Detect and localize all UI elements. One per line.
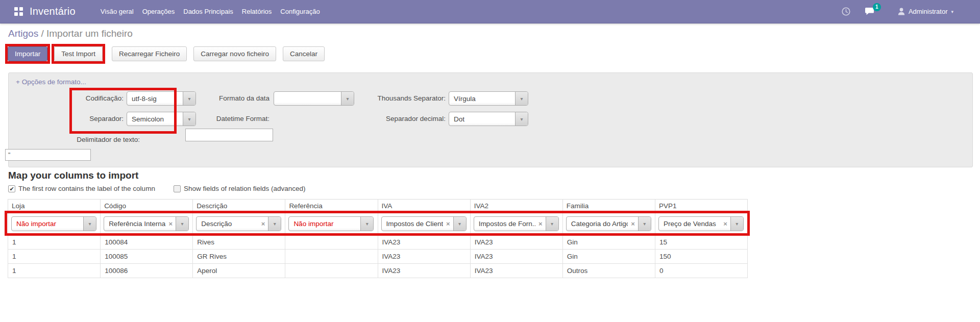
- cell: 1: [8, 235, 101, 250]
- chevron-down-icon[interactable]: ▾: [453, 217, 466, 231]
- selected-field-label: Descrição: [197, 220, 258, 228]
- decimal-separator-label: Separador decimal:: [315, 112, 446, 126]
- selected-field-label: Não importar: [289, 220, 360, 228]
- column-mapping-select[interactable]: Impostos de Forn...×▾: [474, 216, 559, 231]
- file-column-header: PVP1: [655, 200, 747, 212]
- apps-grid-icon[interactable]: [14, 7, 23, 16]
- load-new-file-button[interactable]: Carregar novo ficheiro: [193, 46, 276, 61]
- remove-mapping-icon[interactable]: ×: [628, 220, 638, 228]
- column-mapping-select[interactable]: Não importar▾: [11, 216, 96, 231]
- cell: Outros: [562, 264, 655, 278]
- file-column-header: Código: [101, 200, 193, 212]
- breadcrumb-current: Importar um ficheiro: [46, 28, 133, 39]
- cell: 100085: [101, 250, 193, 264]
- cell: IVA23: [470, 235, 562, 250]
- activities-clock-icon[interactable]: [842, 7, 850, 16]
- remove-mapping-icon[interactable]: ×: [443, 220, 453, 228]
- checkbox-checked-icon[interactable]: ✔: [8, 185, 15, 192]
- mapping-options: ✔ The first row contains the label of th…: [8, 185, 306, 192]
- test-import-button[interactable]: Test Import: [54, 46, 103, 61]
- selected-field-label: Categoria do Artigo: [567, 220, 628, 228]
- main-menu: Visão geral Operações Dados Principais R…: [101, 6, 320, 17]
- chevron-down-icon[interactable]: ▾: [515, 112, 528, 126]
- chevron-down-icon[interactable]: ▾: [268, 217, 281, 231]
- show-relation-fields-checkbox[interactable]: Show fields of relation fields (advanced…: [174, 185, 306, 192]
- remove-mapping-icon[interactable]: ×: [258, 220, 268, 228]
- chevron-down-icon[interactable]: ▾: [83, 217, 96, 231]
- menu-configuration[interactable]: Configuração: [280, 6, 320, 17]
- chevron-down-icon[interactable]: ▾: [515, 92, 528, 105]
- data-row: 1 100085 GR Rives IVA23 IVA23 Gin 150: [8, 250, 748, 264]
- remove-mapping-icon[interactable]: ×: [720, 220, 730, 228]
- datetime-format-input[interactable]: [185, 129, 273, 141]
- thousands-separator-label: Thousands Separator:: [315, 91, 446, 106]
- cell: 0: [655, 264, 747, 278]
- menu-operations[interactable]: Operações: [142, 6, 175, 17]
- data-row: 1 100084 Rives IVA23 IVA23 Gin 15: [8, 235, 748, 250]
- file-column-header: Referência: [285, 200, 378, 212]
- cell: IVA23: [378, 264, 470, 278]
- column-mapping-select[interactable]: Categoria do Artigo×▾: [566, 216, 651, 231]
- date-format-label: Formato da data: [159, 91, 270, 106]
- decimal-separator-select[interactable]: Dot ▾: [449, 112, 528, 126]
- data-row: 1 100086 Aperol IVA23 IVA23 Outros 0: [8, 264, 748, 278]
- top-navbar: Inventário Visão geral Operações Dados P…: [0, 0, 980, 23]
- user-icon: [898, 8, 905, 15]
- checkbox-unchecked-icon[interactable]: [174, 185, 181, 192]
- cell: [285, 250, 378, 264]
- annotation-box-test-import: Test Import: [52, 44, 105, 64]
- cell: 15: [655, 235, 747, 250]
- cell: 1: [8, 264, 101, 278]
- file-column-header: IVA2: [470, 200, 562, 212]
- reload-file-button[interactable]: Recarregar Ficheiro: [112, 46, 187, 61]
- breadcrumb-separator: /: [38, 28, 46, 39]
- column-mapping-select[interactable]: Preço de Vendas×▾: [658, 216, 744, 231]
- selected-field-label: Impostos de Cliente: [382, 220, 443, 228]
- remove-mapping-icon[interactable]: ×: [166, 220, 176, 228]
- menu-master-data[interactable]: Dados Principais: [183, 6, 233, 17]
- column-mapping-select[interactable]: Impostos de Cliente×▾: [381, 216, 467, 231]
- chevron-down-icon[interactable]: ▾: [546, 217, 558, 231]
- column-mapping-select[interactable]: Não importar▾: [288, 216, 374, 231]
- cell: IVA23: [470, 264, 562, 278]
- user-name: Administrator: [909, 8, 948, 15]
- systray: 1 Administrator ▾: [842, 7, 953, 16]
- user-menu[interactable]: Administrator ▾: [898, 8, 953, 15]
- chevron-down-icon[interactable]: ▾: [176, 217, 188, 231]
- breadcrumb: Artigos / Importar um ficheiro: [8, 28, 133, 39]
- cell: 1: [8, 250, 101, 264]
- chevron-down-icon[interactable]: ▾: [638, 217, 651, 231]
- column-mapping-row: Não importar▾ Referência Interna×▾ Descr…: [8, 212, 748, 235]
- selected-field-label: Preço de Vendas: [659, 220, 720, 228]
- chevron-down-icon[interactable]: ▾: [360, 217, 373, 231]
- messages-icon[interactable]: 1: [865, 7, 874, 16]
- cancel-button[interactable]: Cancelar: [283, 46, 325, 61]
- format-options-toggle[interactable]: + Opções de formato...: [16, 78, 86, 86]
- chevron-down-icon[interactable]: ▾: [730, 217, 743, 231]
- text-delimiter-input[interactable]: [5, 149, 91, 161]
- format-options-panel: + Opções de formato... Codificação: utf-…: [8, 72, 973, 167]
- import-button[interactable]: Importar: [8, 46, 47, 61]
- chevron-down-icon: ▾: [951, 9, 953, 14]
- remove-mapping-icon[interactable]: ×: [535, 220, 546, 228]
- breadcrumb-parent-link[interactable]: Artigos: [8, 28, 38, 39]
- cell: [285, 235, 378, 250]
- first-row-header-checkbox[interactable]: ✔ The first row contains the label of th…: [8, 185, 155, 192]
- menu-overview[interactable]: Visão geral: [101, 6, 134, 17]
- cell: Aperol: [193, 264, 285, 278]
- cell: 150: [655, 250, 747, 264]
- file-column-header: Loja: [8, 200, 101, 212]
- cell: GR Rives: [193, 250, 285, 264]
- selected-field-label: Referência Interna: [104, 220, 165, 228]
- column-mapping-select[interactable]: Descrição×▾: [196, 216, 281, 231]
- file-header-row: Loja Código Descrição Referência IVA IVA…: [8, 200, 748, 212]
- column-mapping-select[interactable]: Referência Interna×▾: [104, 216, 189, 231]
- selected-field-label: Impostos de Forn...: [474, 220, 535, 228]
- file-column-header: IVA: [378, 200, 470, 212]
- thousands-separator-select[interactable]: Vírgula ▾: [449, 91, 528, 106]
- menu-reports[interactable]: Relatórios: [242, 6, 272, 17]
- app-title[interactable]: Inventário: [30, 6, 76, 17]
- mapping-section-title: Map your columns to import: [8, 170, 138, 181]
- file-column-header: Familia: [562, 200, 655, 212]
- cell: Gin: [562, 250, 655, 264]
